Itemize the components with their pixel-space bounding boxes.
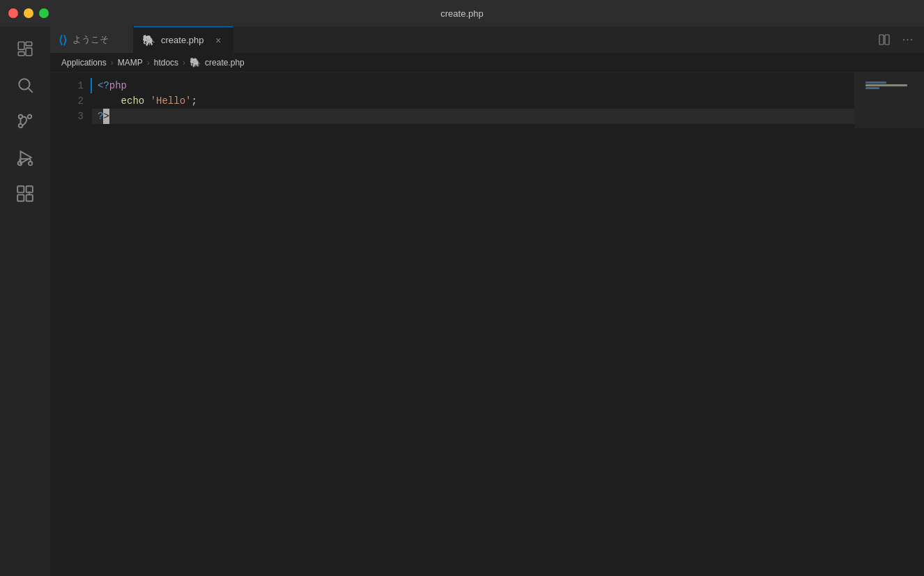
- svg-rect-2: [26, 42, 32, 45]
- tab-welcome[interactable]: ⟨⟩ ようこそ: [50, 26, 134, 53]
- activity-bar: [0, 26, 50, 576]
- token-open-tag: <?: [98, 78, 109, 93]
- token-indent: [98, 93, 121, 109]
- activity-icon-source-control[interactable]: [8, 104, 42, 138]
- title-bar: create.php: [0, 0, 924, 26]
- svg-rect-16: [17, 186, 24, 192]
- minimap: [854, 72, 924, 576]
- svg-rect-1: [18, 52, 24, 55]
- svg-rect-0: [18, 42, 24, 49]
- maximize-button[interactable]: [39, 8, 49, 18]
- svg-point-6: [19, 115, 22, 118]
- svg-point-12: [29, 162, 32, 165]
- activity-icon-search[interactable]: [8, 68, 42, 102]
- token-php: php: [109, 78, 127, 93]
- activity-icon-run-debug[interactable]: [8, 141, 42, 174]
- breadcrumb: Applications › MAMP › htdocs › 🐘 create.…: [50, 53, 924, 72]
- code-line-2: echo 'Hello';: [92, 93, 854, 109]
- token-question: ?: [98, 109, 103, 124]
- traffic-lights: [8, 8, 49, 18]
- tab-create-php[interactable]: 🐘 create.php ×: [134, 26, 233, 53]
- vscode-icon: ⟨⟩: [59, 33, 67, 47]
- code-line-1: <?php: [92, 78, 854, 93]
- window-title: create.php: [440, 8, 483, 19]
- minimap-slider: [854, 72, 924, 128]
- token-space: [144, 93, 150, 109]
- line-number-1: 1: [50, 78, 84, 93]
- tab-close-button[interactable]: ×: [212, 34, 224, 47]
- breadcrumb-mamp[interactable]: MAMP: [118, 58, 143, 68]
- token-string: 'Hello': [151, 93, 192, 109]
- svg-point-11: [18, 162, 22, 165]
- token-semicolon: ;: [191, 93, 197, 109]
- line-number-2: 2: [50, 93, 84, 109]
- breadcrumb-create-php[interactable]: create.php: [205, 58, 245, 68]
- svg-line-5: [29, 88, 33, 93]
- breadcrumb-php-icon: 🐘: [190, 57, 201, 68]
- svg-point-7: [19, 124, 22, 127]
- split-editor-button[interactable]: [874, 30, 895, 49]
- breadcrumb-sep-2: ›: [147, 58, 150, 68]
- line-number-3: 3: [50, 109, 84, 124]
- tab-bar-actions: ···: [868, 26, 924, 53]
- svg-rect-18: [17, 195, 24, 201]
- tab-create-php-label: create.php: [161, 35, 203, 45]
- breadcrumb-applications[interactable]: Applications: [61, 58, 107, 68]
- svg-point-4: [19, 79, 29, 89]
- code-line-3: ?>: [92, 109, 854, 124]
- breadcrumb-sep-1: ›: [111, 58, 114, 68]
- close-button[interactable]: [8, 8, 18, 18]
- minimize-button[interactable]: [24, 8, 33, 18]
- php-elephant-icon: 🐘: [142, 34, 155, 47]
- editor-area: ⟨⟩ ようこそ 🐘 create.php × ···: [50, 26, 924, 576]
- app-body: ⟨⟩ ようこそ 🐘 create.php × ···: [0, 26, 924, 576]
- svg-point-8: [28, 115, 31, 118]
- token-close-tag-cursor: >: [103, 109, 109, 124]
- tab-welcome-label: ようこそ: [72, 33, 109, 46]
- token-echo: echo: [121, 93, 145, 109]
- activity-icon-explorer[interactable]: [8, 32, 42, 65]
- svg-rect-22: [879, 35, 884, 45]
- svg-rect-19: [26, 195, 33, 201]
- code-editor[interactable]: <?php echo 'Hello'; ?>: [92, 72, 854, 576]
- breadcrumb-htdocs[interactable]: htdocs: [154, 58, 178, 68]
- svg-rect-3: [26, 48, 32, 56]
- tab-bar: ⟨⟩ ようこそ 🐘 create.php × ···: [50, 26, 924, 53]
- breadcrumb-sep-3: ›: [183, 58, 185, 68]
- editor-content[interactable]: 1 2 3 <?php echo 'Hello'; ?>: [50, 72, 924, 576]
- more-actions-button[interactable]: ···: [898, 30, 918, 49]
- ellipsis-icon: ···: [902, 33, 914, 46]
- svg-rect-23: [885, 35, 889, 45]
- activity-icon-extensions[interactable]: [8, 177, 42, 210]
- line-numbers: 1 2 3: [50, 72, 92, 576]
